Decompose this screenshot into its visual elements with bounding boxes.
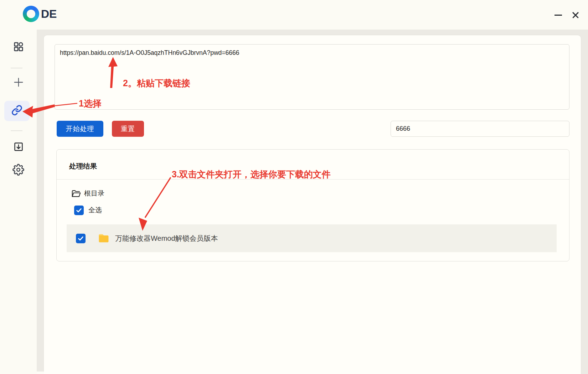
plus-icon — [13, 77, 24, 89]
sidebar-item-downloads[interactable] — [0, 137, 37, 157]
download-icon — [14, 142, 24, 153]
content-viewport: https://pan.baidu.com/s/1A-O0J5aqzhTHn6v… — [37, 30, 588, 374]
annotation-step1-label: 1选择 — [79, 98, 102, 109]
close-icon — [572, 11, 579, 19]
result-item-name: 万能修改器Wemod解锁会员版本 — [115, 234, 218, 243]
select-all-label: 全选 — [88, 206, 102, 215]
start-process-button[interactable]: 开始处理 — [57, 121, 103, 137]
result-item-row[interactable]: 万能修改器Wemod解锁会员版本 — [67, 224, 557, 252]
password-input[interactable] — [391, 121, 569, 137]
sidebar-divider — [11, 130, 22, 131]
open-folder-icon — [71, 189, 81, 198]
sidebar-divider — [11, 68, 22, 68]
sidebar-item-new-task[interactable] — [0, 73, 37, 93]
share-url-textarea[interactable]: https://pan.baidu.com/s/1A-O0J5aqzhTHn6v… — [55, 44, 569, 110]
sidebar-item-link-parse[interactable] — [4, 101, 30, 121]
reset-button[interactable]: 重置 — [112, 121, 144, 137]
logo-text: DE — [41, 7, 57, 21]
minimize-icon — [555, 15, 562, 16]
logo-ring-icon — [23, 6, 39, 22]
grid-icon — [13, 41, 24, 53]
gear-icon — [12, 164, 24, 177]
results-title: 处理结果 — [69, 161, 97, 171]
scrollbar-gap — [37, 372, 44, 374]
link-icon — [11, 105, 22, 117]
sidebar — [0, 30, 37, 374]
sidebar-item-settings[interactable] — [0, 160, 37, 180]
select-all-checkbox[interactable] — [74, 206, 84, 215]
annotation-step3-label: 3.双击文件夹打开，选择你要下载的文件 — [172, 168, 331, 180]
annotation-step2-label: 2。粘贴下载链接 — [123, 77, 190, 89]
root-directory-row[interactable]: 根目录 — [71, 188, 104, 199]
sidebar-item-dashboard[interactable] — [0, 37, 37, 57]
folder-icon — [98, 233, 110, 244]
close-button[interactable] — [569, 9, 582, 21]
minimize-button[interactable] — [551, 9, 565, 21]
app-window: DE — [0, 0, 588, 374]
titlebar: DE — [0, 0, 588, 30]
item-checkbox[interactable] — [76, 234, 86, 243]
root-directory-label: 根目录 — [84, 189, 104, 198]
app-logo: DE — [23, 6, 57, 22]
select-all-row: 全选 — [74, 205, 102, 215]
results-panel: 处理结果 根目录 — [56, 149, 569, 261]
